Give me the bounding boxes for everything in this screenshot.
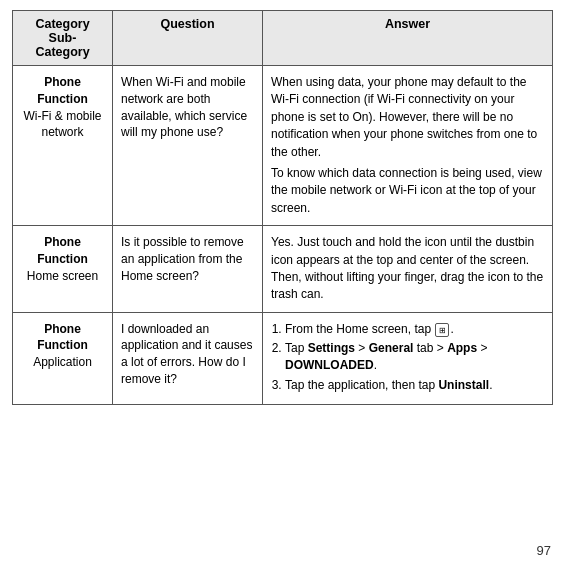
category-main-1: Phone Function	[37, 75, 88, 106]
table-header-row: CategorySub-Category Question Answer	[13, 11, 553, 66]
table-row: Phone Function Application I downloaded …	[13, 312, 553, 405]
category-main-3: Phone Function	[37, 322, 88, 353]
page-number: 97	[537, 543, 551, 558]
category-cell-homescreen: Phone Function Home screen	[13, 226, 113, 313]
category-main-2: Phone Function	[37, 235, 88, 266]
header-category: CategorySub-Category	[13, 11, 113, 66]
answer-cell-2: Yes. Just touch and hold the icon until …	[263, 226, 553, 313]
page-container: CategorySub-Category Question Answer Pho…	[0, 0, 565, 435]
main-table: CategorySub-Category Question Answer Pho…	[12, 10, 553, 405]
answer-list-3: From the Home screen, tap ⊞. Tap Setting…	[271, 321, 544, 395]
category-sub-3: Application	[33, 355, 92, 369]
category-sub-2: Home screen	[27, 269, 98, 283]
answer-cell-3: From the Home screen, tap ⊞. Tap Setting…	[263, 312, 553, 405]
answer-list-item-3-3: Tap the application, then tap Uninstall.	[285, 377, 544, 394]
answer-cell-1: When using data, your phone may default …	[263, 66, 553, 226]
table-row: Phone Function Wi-Fi & mobile network Wh…	[13, 66, 553, 226]
header-question: Question	[113, 11, 263, 66]
category-sub-1: Wi-Fi & mobile network	[23, 109, 101, 140]
category-cell-wifi: Phone Function Wi-Fi & mobile network	[13, 66, 113, 226]
answer-para-2-1: Yes. Just touch and hold the icon until …	[271, 234, 544, 304]
menu-icon: ⊞	[435, 323, 449, 337]
header-answer: Answer	[263, 11, 553, 66]
question-cell-1: When Wi-Fi and mobile network are both a…	[113, 66, 263, 226]
category-cell-application: Phone Function Application	[13, 312, 113, 405]
table-row: Phone Function Home screen Is it possibl…	[13, 226, 553, 313]
answer-list-item-3-2: Tap Settings > General tab > Apps > DOWN…	[285, 340, 544, 375]
answer-para-1-2: To know which data connection is being u…	[271, 165, 544, 217]
answer-list-item-3-1: From the Home screen, tap ⊞.	[285, 321, 544, 338]
question-cell-2: Is it possible to remove an application …	[113, 226, 263, 313]
question-cell-3: I downloaded an application and it cause…	[113, 312, 263, 405]
answer-para-1-1: When using data, your phone may default …	[271, 74, 544, 161]
